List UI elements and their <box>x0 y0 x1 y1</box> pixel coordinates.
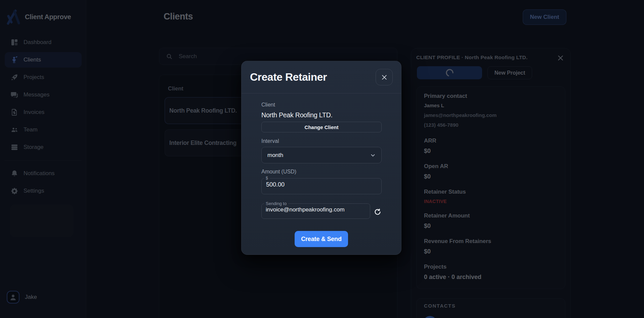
modal-title: Create Retainer <box>250 71 327 83</box>
interval-selected-value: month <box>267 152 283 159</box>
chevron-down-icon <box>370 153 376 158</box>
submit-row: Create & Send <box>261 231 381 247</box>
amount-field-label: Amount (USD) <box>261 169 381 175</box>
amount-input[interactable] <box>262 181 381 190</box>
interval-field-label: Interval <box>261 138 381 144</box>
interval-select[interactable]: month <box>261 147 382 163</box>
modal-header: Create Retainer <box>242 61 401 93</box>
refresh-icon <box>374 208 381 216</box>
create-retainer-modal: Create Retainer Client North Peak Roofin… <box>241 61 401 255</box>
sending-to-label: Sending to <box>264 201 288 206</box>
client-field-label: Client <box>261 102 381 108</box>
amount-fieldset: $ <box>261 176 382 194</box>
close-icon <box>381 74 388 81</box>
app-window: Client Approve Dashboard Clients <box>0 0 644 318</box>
create-and-send-button[interactable]: Create & Send <box>295 231 348 247</box>
currency-symbol-label: $ <box>264 176 270 181</box>
selected-client-name: North Peak Roofing LTD. <box>261 111 381 119</box>
refresh-email-button[interactable] <box>374 208 381 217</box>
modal-close-button[interactable] <box>376 69 393 85</box>
change-client-button[interactable]: Change Client <box>261 122 382 132</box>
sending-to-fieldset: Sending to <box>261 201 370 219</box>
sending-to-row: Sending to <box>261 201 381 219</box>
sending-to-input[interactable] <box>262 206 370 215</box>
modal-body: Client North Peak Roofing LTD. Change Cl… <box>242 93 401 247</box>
